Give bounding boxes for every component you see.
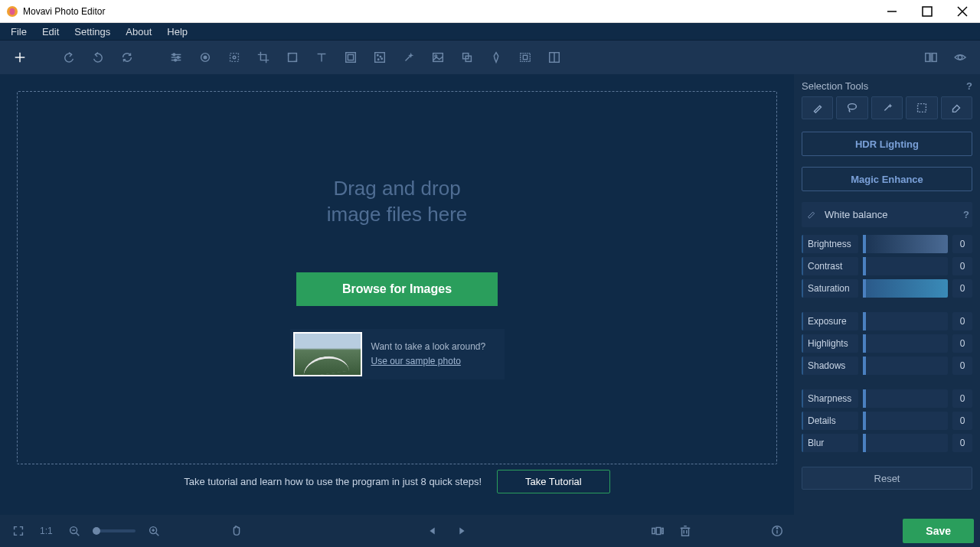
eraser-select-tool[interactable] (941, 96, 972, 119)
lasso-select-tool[interactable] (836, 96, 867, 119)
slider-details[interactable]: Details0 (802, 412, 972, 430)
save-button[interactable]: Save (903, 519, 974, 543)
svg-line-27 (406, 55, 411, 60)
preview-button[interactable] (946, 44, 974, 71)
svg-line-44 (76, 533, 79, 536)
slider-blur[interactable]: Blur0 (802, 434, 972, 452)
svg-point-39 (958, 55, 962, 59)
frame-tool[interactable] (337, 44, 364, 71)
adjust-tool[interactable] (162, 44, 190, 71)
retouch-tool[interactable] (220, 44, 248, 71)
svg-point-24 (380, 56, 381, 57)
delete-button[interactable] (673, 519, 697, 543)
gallery-button[interactable] (645, 519, 670, 543)
minimize-button[interactable] (874, 0, 910, 23)
slider-contrast[interactable]: Contrast0 (802, 257, 972, 275)
svg-line-47 (155, 533, 158, 536)
marquee-select-tool[interactable] (906, 96, 937, 119)
menubar: File Edit Settings About Help (0, 23, 980, 41)
white-balance-row[interactable]: White balance ? (802, 202, 972, 227)
menu-edit[interactable]: Edit (34, 24, 67, 40)
redo-button[interactable] (84, 44, 112, 71)
undo-button[interactable] (55, 44, 83, 71)
svg-point-14 (204, 56, 207, 59)
svg-rect-20 (346, 53, 356, 63)
brush-select-tool[interactable] (802, 96, 833, 119)
hand-tool[interactable] (224, 519, 249, 543)
add-button[interactable] (6, 44, 34, 71)
next-button[interactable] (449, 519, 474, 543)
zoom-slider[interactable] (93, 529, 136, 532)
dropzone[interactable]: Drag and dropimage files here Browse for… (17, 91, 777, 464)
crop-tool[interactable] (250, 44, 277, 71)
insert-image-tool[interactable] (424, 44, 452, 71)
close-button[interactable] (945, 0, 980, 23)
menu-help[interactable]: Help (159, 24, 195, 40)
statusbar: 1:1 Save (0, 515, 980, 547)
svg-rect-54 (662, 528, 664, 533)
toolbar (0, 41, 980, 74)
slider-highlights[interactable]: Highlights0 (802, 334, 972, 353)
help-icon[interactable]: ? (966, 80, 972, 92)
wand-select-tool[interactable] (871, 96, 903, 119)
fullscreen-button[interactable] (6, 519, 31, 543)
tutorial-bar: Take tutorial and learn how to use the p… (17, 464, 777, 498)
magic-tool[interactable] (395, 44, 423, 71)
browse-button[interactable]: Browse for Images (296, 272, 498, 306)
canvas-area: Drag and dropimage files here Browse for… (0, 74, 794, 515)
prev-button[interactable] (420, 519, 445, 543)
noise-tool[interactable] (366, 44, 394, 71)
reset-button[interactable]: Reset (802, 467, 972, 490)
drop-text: Drag and dropimage files here (327, 176, 468, 228)
svg-rect-53 (656, 528, 660, 535)
eyedropper-icon (805, 207, 818, 223)
sample-thumbnail[interactable] (293, 332, 362, 376)
svg-marker-51 (459, 528, 464, 535)
svg-rect-55 (682, 528, 689, 536)
pin-tool[interactable] (482, 44, 510, 71)
magic-enhance-button[interactable]: Magic Enhance (802, 167, 972, 191)
fit-tool[interactable] (511, 44, 539, 71)
svg-rect-42 (918, 104, 926, 112)
zoom-in-button[interactable] (142, 519, 166, 543)
slider-saturation[interactable]: Saturation0 (802, 279, 972, 298)
svg-point-25 (377, 59, 378, 60)
sample-link[interactable]: Use our sample photo (371, 356, 461, 366)
sample-panel: Want to take a look around? Use our samp… (290, 329, 505, 379)
svg-point-16 (233, 56, 236, 59)
refresh-button[interactable] (113, 44, 141, 71)
svg-point-10 (173, 54, 175, 56)
tutorial-text: Take tutorial and learn how to use the p… (184, 476, 482, 487)
svg-rect-15 (230, 54, 239, 62)
denoise-tool[interactable] (191, 44, 219, 71)
sample-prompt: Want to take a look around? (371, 340, 486, 354)
svg-rect-32 (521, 54, 531, 62)
slider-brightness[interactable]: Brightness0 (802, 235, 972, 253)
menu-about[interactable]: About (118, 24, 159, 40)
hdr-lighting-button[interactable]: HDR Lighting (802, 132, 972, 156)
help-icon[interactable]: ? (963, 209, 969, 220)
info-button[interactable] (765, 519, 789, 543)
resize-tool[interactable] (279, 44, 306, 71)
split-tool[interactable] (541, 44, 568, 71)
selection-tools-title: Selection Tools (802, 80, 868, 92)
svg-point-26 (381, 58, 382, 59)
menu-settings[interactable]: Settings (67, 24, 118, 40)
menu-file[interactable]: File (3, 24, 34, 40)
copy-tool[interactable] (453, 44, 481, 71)
svg-rect-17 (289, 54, 297, 62)
zoom-out-button[interactable] (62, 519, 87, 543)
zoom-ratio[interactable]: 1:1 (37, 526, 56, 536)
svg-rect-2 (923, 7, 932, 16)
svg-point-12 (175, 59, 177, 61)
maximize-button[interactable] (910, 0, 945, 23)
slider-exposure[interactable]: Exposure0 (802, 312, 972, 330)
tutorial-button[interactable]: Take Tutorial (497, 470, 610, 493)
sidebar: Selection Tools ? HDR Lighting Magic Enh… (794, 74, 980, 515)
slider-shadows[interactable]: Shadows0 (802, 357, 972, 375)
slider-sharpness[interactable]: Sharpness0 (802, 389, 972, 408)
compare-button[interactable] (917, 44, 945, 71)
svg-rect-36 (926, 54, 929, 62)
text-tool[interactable] (308, 44, 335, 71)
svg-marker-50 (430, 528, 434, 535)
